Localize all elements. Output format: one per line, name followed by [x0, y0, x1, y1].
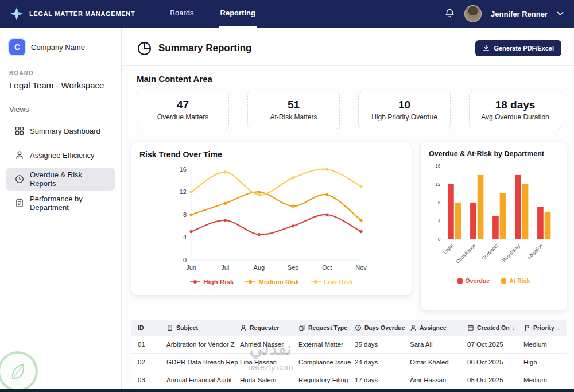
sidebar-item-label: Assignee Efficiency [30, 151, 95, 160]
column-label: Request Type [308, 324, 347, 331]
table-cell: 35 days [352, 336, 408, 353]
legend-item-at-risk[interactable]: At Risk [501, 277, 530, 284]
chevron-down-icon[interactable] [557, 11, 564, 16]
svg-text:Legal: Legal [443, 243, 455, 255]
table-cell: Ahmed Nasser [238, 336, 296, 353]
svg-text:Regulatory: Regulatory [502, 243, 522, 263]
table-cell: 07 Oct 2025 [465, 336, 521, 353]
column-label: Requester [250, 324, 279, 331]
column-header-days-overdue: Days Overdue [352, 320, 408, 336]
main-content: Summary Reporting Generate PDF/Excel Mai… [122, 28, 574, 389]
legend-item-low-risk[interactable]: Low Risk [311, 278, 352, 285]
board-name: Legal Team - Workspace [9, 80, 112, 90]
stat-value: 10 [362, 99, 447, 111]
svg-text:Litigation: Litigation [527, 243, 544, 260]
column-header-assignee: Assignee [408, 320, 465, 336]
user-avatar[interactable] [464, 5, 482, 22]
department-chart-card: Overdue & At-Risk by Department 0481216L… [420, 142, 567, 311]
tab-reporting[interactable]: Reporting [219, 0, 257, 28]
sidebar-item-label: Overdue & Risk Reports [30, 170, 110, 188]
stat-value: 51 [251, 99, 336, 111]
company-avatar: C [9, 39, 25, 55]
stat-card-at-risk-matters: 51 At-Risk Matters [247, 91, 340, 129]
legend-marker-icon [311, 279, 321, 285]
sidebar-item-summary-dashboard[interactable]: Summary Dashboard [6, 119, 115, 142]
bottom-bar [0, 389, 574, 392]
stat-label: At-Risk Matters [251, 113, 336, 121]
user-name[interactable]: Jennifer Renner [491, 10, 548, 18]
sidebar-item-performance-by-department[interactable]: Performance by Department [6, 192, 115, 215]
column-header-subject: Subject [164, 320, 238, 336]
sort-arrow-icon: ↓ [513, 325, 515, 331]
page-title: Summary Reporting [158, 42, 251, 54]
sidebar-item-assignee-efficiency[interactable]: Assignee Efficiency [6, 143, 115, 166]
svg-text:8: 8 [438, 200, 441, 205]
legend-marker-icon [245, 279, 255, 285]
table-cell: 05 Oct 2025 [465, 371, 521, 389]
nav-tabs: Boards Reporting [168, 0, 257, 28]
svg-text:Jul: Jul [221, 264, 229, 271]
table-cell: 03 [131, 371, 164, 389]
table-row[interactable]: 01Arbitration for Vendor ZAhmed NasserEx… [131, 336, 567, 354]
stat-label: Overdue Matters [141, 113, 225, 121]
legend-item-overdue[interactable]: Overdue [457, 277, 490, 284]
column-header-priority[interactable]: Priority↓ [521, 320, 567, 336]
risk-trend-card: Risk Trend Over Time 0481216JunJulAugSep… [131, 142, 412, 296]
table-cell: GDPR Data Breach Report [164, 354, 238, 371]
sidebar: C Company Name BOARD Legal Team - Worksp… [0, 28, 122, 389]
legend-item-high-risk[interactable]: High Risk [190, 278, 234, 285]
table-header: IDSubjectRequesterRequest TypeDays Overd… [131, 320, 567, 336]
diamond-logo-icon [9, 6, 24, 21]
table-row[interactable]: 03Annual Financial AuditHuda SalemRegula… [131, 371, 567, 389]
chart-title: Overdue & At-Risk by Department [429, 150, 559, 158]
svg-text:Oct: Oct [322, 264, 332, 271]
legend-swatch-icon [501, 278, 506, 284]
table-cell: 24 days [352, 354, 408, 371]
svg-text:Contracts: Contracts [481, 243, 499, 261]
column-label: Created On [477, 324, 510, 331]
svg-text:12: 12 [435, 182, 441, 187]
copy-icon [298, 324, 305, 331]
title-group: Summary Reporting [137, 41, 251, 56]
table-cell: Omar Khaled [408, 354, 465, 371]
table-cell: Medium [521, 371, 567, 389]
column-header-created-on[interactable]: Created On↓ [465, 320, 521, 336]
column-label: Assignee [420, 324, 447, 331]
report-icon [15, 199, 24, 208]
generate-button-label: Generate PDF/Excel [494, 45, 554, 52]
generate-pdf-excel-button[interactable]: Generate PDF/Excel [475, 40, 561, 56]
charts-row: Risk Trend Over Time 0481216JunJulAugSep… [131, 142, 567, 311]
column-header-request-type: Request Type [296, 320, 352, 336]
svg-text:Compliance: Compliance [455, 243, 476, 264]
sidebar-item-overdue-risk-reports[interactable]: Overdue & Risk Reports [6, 168, 115, 191]
table-cell: Amr Hassan [408, 371, 465, 389]
stats-row: 47 Overdue Matters 51 At-Risk Matters 10… [137, 91, 561, 129]
section-title: Main Content Area [137, 74, 574, 84]
risk-trend-line-chart: 0481216JunJulAugSepOctNov [174, 162, 369, 277]
table-cell: Lina Hassan [238, 354, 296, 371]
table-cell: Arbitration for Vendor Z [164, 336, 238, 353]
svg-text:4: 4 [183, 234, 187, 240]
sidebar-item-label: Performance by Department [30, 195, 110, 212]
stat-value: 47 [141, 99, 225, 111]
navbar-right: Jennifer Renner [444, 5, 564, 22]
stat-card-high-priority-overdue: 10 High Priority Overdue [358, 91, 451, 129]
legend-item-medium-risk[interactable]: Medium Risk [245, 278, 299, 285]
bar-chart-legend: OverdueAt Risk [429, 277, 559, 284]
company-row[interactable]: C Company Name [9, 39, 112, 55]
table-row[interactable]: 02GDPR Data Breach ReportLina HassanComp… [131, 354, 567, 371]
person-icon [15, 150, 24, 160]
stat-label: Avg Overdue Duration [473, 113, 557, 121]
top-navbar: LEGAL MATTER MANAGEMENT Boards Reporting… [0, 0, 574, 28]
svg-text:Jun: Jun [186, 264, 196, 271]
tab-boards[interactable]: Boards [168, 0, 195, 28]
table-cell: 02 [131, 354, 164, 371]
svg-text:Sep: Sep [288, 264, 299, 271]
stat-label: High Priority Overdue [362, 113, 447, 121]
bell-icon[interactable] [444, 8, 455, 20]
sort-arrow-icon: ↓ [557, 325, 560, 331]
grid-icon [15, 126, 24, 135]
svg-text:8: 8 [183, 211, 187, 218]
flag-icon [523, 324, 530, 331]
brand-name: LEGAL MATTER MANAGEMENT [29, 10, 135, 17]
